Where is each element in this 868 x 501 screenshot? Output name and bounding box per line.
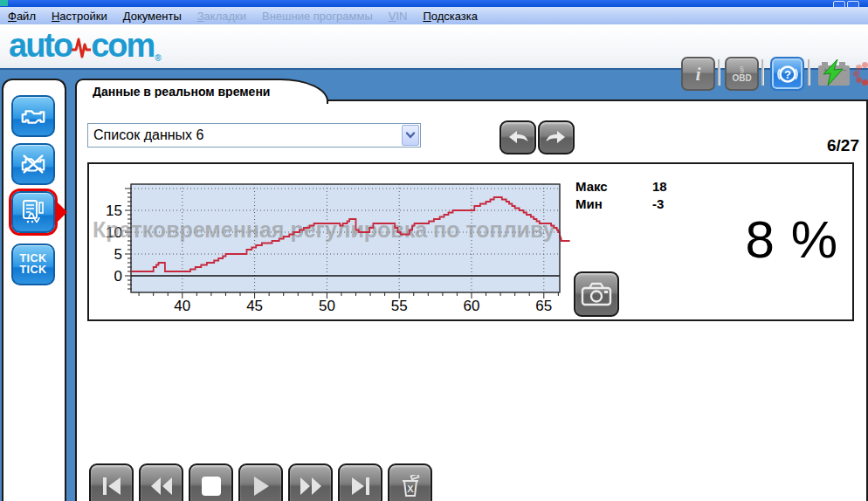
datalist-dropdown-value: Список данных 6	[88, 127, 401, 143]
help-icon: ?	[775, 62, 800, 86]
stats-block: Макс 18 Мин -3	[575, 179, 667, 214]
max-label: Макс	[575, 179, 652, 196]
svg-text:45: 45	[246, 298, 263, 314]
svg-text:60: 60	[464, 298, 480, 314]
playback-clear-button[interactable]: X	[388, 463, 432, 501]
info-icon: i	[695, 65, 700, 83]
camera-icon	[581, 281, 612, 307]
skip-start-icon	[101, 476, 122, 497]
fast-forward-icon	[300, 476, 322, 497]
play-icon	[251, 476, 272, 497]
menu-item-0[interactable]: Файл	[0, 8, 44, 24]
svg-text:50: 50	[319, 298, 335, 314]
sidebar-item-engine-disconnect[interactable]	[11, 143, 55, 185]
menu-item-2[interactable]: Документы	[115, 8, 189, 24]
registered-trademark: ®	[155, 53, 161, 63]
workspace: TICK TICK Данные в реальном времени Спис…	[0, 68, 868, 501]
help-button[interactable]: ?	[770, 57, 804, 91]
svg-text:65: 65	[535, 298, 552, 314]
tick-tick-label: TICK TICK	[19, 253, 46, 276]
live-data-panel: 051015404550556065Кратковременная регули…	[87, 162, 854, 321]
playback-fast-forward-button[interactable]	[288, 463, 333, 501]
chevron-down-icon[interactable]	[402, 125, 419, 146]
menu-bar: ФайлНастройкиДокументыЗакладкиВнешние пр…	[0, 7, 868, 25]
rewind-icon	[150, 476, 173, 497]
logo-text-com: com	[91, 28, 154, 63]
next-list-button[interactable]	[538, 120, 575, 154]
playback-play-button[interactable]	[238, 463, 283, 501]
info-button[interactable]: i	[681, 57, 715, 91]
heartbeat-pulse-icon	[72, 34, 91, 60]
tab-label: Данные в реальном времени	[93, 85, 270, 99]
undo-arrow-icon	[506, 129, 529, 147]
connection-spinner-icon	[853, 62, 868, 86]
tab-join	[77, 98, 323, 103]
live-data-icon	[20, 199, 46, 225]
svg-text:X: X	[407, 484, 414, 494]
max-value: 18	[652, 179, 667, 196]
sidebar: TICK TICK	[2, 79, 66, 501]
svg-text:40: 40	[174, 298, 190, 314]
selected-item-arrow	[56, 201, 67, 223]
playback-stop-button[interactable]	[189, 463, 233, 501]
current-value: 8 %	[746, 209, 838, 270]
toolbar-separator	[808, 59, 810, 86]
clear-trash-icon: X	[399, 475, 422, 498]
window-title-bar	[0, 0, 868, 7]
sidebar-item-engine-diagnostics[interactable]	[11, 95, 55, 137]
autocom-logo: auto com ®	[9, 28, 162, 63]
playback-skip-start-button[interactable]	[89, 463, 134, 501]
snapshot-button[interactable]	[574, 271, 619, 317]
svg-text:5: 5	[114, 246, 122, 263]
app-icon	[0, 0, 8, 6]
chart-watermark: Кратковременная регулировка по топливу	[93, 217, 555, 242]
menu-item-4: Внешние программы	[254, 8, 381, 24]
datalist-dropdown[interactable]: Список данных 6	[87, 123, 421, 148]
menu-item-1[interactable]: Настройки	[44, 8, 115, 24]
logo-text-auto: auto	[9, 28, 72, 63]
logo-bar: auto com ® i § OBD ? + −	[0, 24, 868, 68]
min-label: Мин	[575, 196, 652, 214]
svg-text:−: −	[843, 66, 847, 74]
stop-icon	[201, 476, 222, 497]
main-panel: Список данных 6 6/27 051015404550556065К…	[75, 100, 868, 501]
engine-icon	[19, 104, 47, 128]
page-indicator: 6/27	[798, 136, 859, 155]
svg-text:0: 0	[114, 268, 122, 285]
previous-list-button[interactable]	[499, 120, 536, 154]
battery-charging-icon: + −	[816, 59, 851, 87]
menu-item-3: Закладки	[189, 8, 254, 24]
skip-end-icon	[350, 476, 371, 497]
menu-item-5: VIN	[381, 8, 416, 24]
min-value: -3	[652, 196, 664, 214]
playback-skip-end-button[interactable]	[338, 463, 382, 501]
svg-text:?: ?	[784, 68, 791, 81]
sidebar-item-live-data[interactable]	[11, 191, 55, 233]
svg-text:55: 55	[391, 298, 408, 314]
redo-arrow-icon	[545, 129, 568, 147]
obd-button[interactable]: § OBD	[725, 57, 759, 91]
engine-off-icon	[19, 152, 47, 176]
playback-rewind-button[interactable]	[139, 463, 183, 501]
battery-status: + −	[816, 59, 851, 87]
obd-icon: § OBD	[732, 65, 751, 83]
sidebar-item-tick-tick[interactable]: TICK TICK	[11, 244, 55, 285]
toolbar-separator	[761, 59, 764, 86]
menu-item-6[interactable]: Подсказка	[415, 8, 486, 24]
toolbar-separator	[718, 59, 720, 86]
